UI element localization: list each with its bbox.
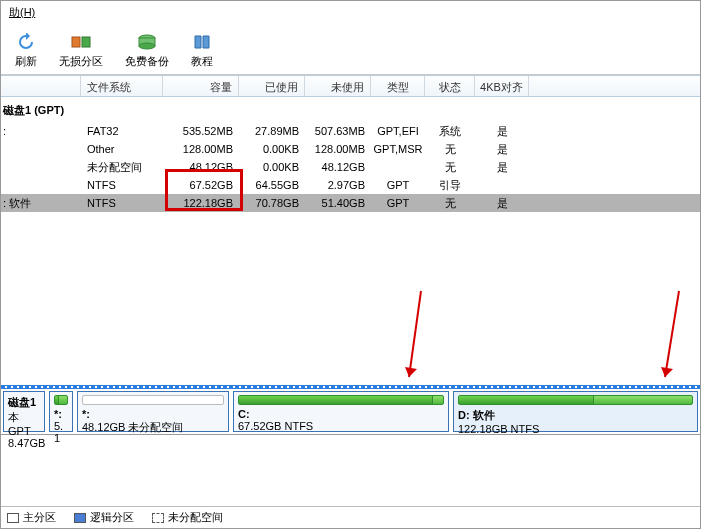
cell: 48.12GB — [305, 158, 371, 176]
cell: GPT — [371, 176, 425, 194]
disk-map: 磁盘1 本 GPT 8.47GB *: 5. 1 *: 48.12GB 未分配空… — [1, 385, 700, 435]
cell: 无 — [425, 140, 475, 158]
col-fs[interactable]: 文件系统 — [81, 76, 163, 96]
disk-header-block[interactable]: 磁盘1 本 GPT 8.47GB — [3, 391, 45, 432]
menubar: 助(H) — [1, 1, 700, 27]
cell: 128.00MB — [305, 140, 371, 158]
cell: 2.97GB — [305, 176, 371, 194]
legend: 主分区 逻辑分区 未分配空间 — [1, 506, 700, 528]
disk-group[interactable]: 磁盘1 (GPT) — [1, 97, 700, 122]
backup-button[interactable]: 免费备份 — [125, 32, 169, 69]
p2-sub: 67.52GB NTFS — [238, 420, 444, 432]
svg-point-4 — [139, 43, 155, 49]
cell: 507.63MB — [305, 122, 371, 140]
cell: 70.78GB — [239, 194, 305, 212]
col-align[interactable]: 4KB对齐 — [475, 76, 529, 96]
cell: 系统 — [425, 122, 475, 140]
partition-icon — [71, 32, 91, 52]
cell: NTFS — [81, 176, 163, 194]
p2-title: C: — [238, 408, 444, 420]
legend-primary: 主分区 — [7, 510, 56, 525]
p1-sub: 48.12GB 未分配空间 — [82, 420, 224, 435]
refresh-icon — [16, 32, 36, 52]
cell: 535.52MB — [163, 122, 239, 140]
p0-sub: 5. 1 — [54, 420, 68, 444]
partition-block-1[interactable]: *: 48.12GB 未分配空间 — [77, 391, 229, 432]
cell: 无 — [425, 194, 475, 212]
col-blank — [1, 76, 81, 96]
partition-table: 磁盘1 (GPT) :FAT32535.52MB27.89MB507.63MBG… — [1, 97, 700, 212]
svg-rect-1 — [82, 37, 90, 47]
table-row[interactable]: : 软件NTFS122.18GB70.78GB51.40GBGPT无是 — [1, 194, 700, 212]
col-unused[interactable]: 未使用 — [305, 76, 371, 96]
col-type[interactable]: 类型 — [371, 76, 425, 96]
partition-block-0[interactable]: *: 5. 1 — [49, 391, 73, 432]
table-row[interactable]: :FAT32535.52MB27.89MB507.63MBGPT,EFI系统是 — [1, 122, 700, 140]
partition-block-3[interactable]: D: 软件 122.18GB NTFS — [453, 391, 698, 432]
cell: FAT32 — [81, 122, 163, 140]
cell: 是 — [475, 122, 529, 140]
cell: 无 — [425, 158, 475, 176]
svg-line-7 — [665, 291, 679, 377]
lossless-label: 无损分区 — [59, 54, 103, 69]
col-status[interactable]: 状态 — [425, 76, 475, 96]
arrow-annotation-2 — [649, 291, 689, 393]
tutorial-label: 教程 — [191, 54, 213, 69]
toolbar: 刷新 无损分区 免费备份 教程 — [1, 27, 700, 75]
svg-rect-0 — [72, 37, 80, 47]
col-used[interactable]: 已使用 — [239, 76, 305, 96]
cell: : — [1, 122, 81, 140]
cell: GPT — [371, 194, 425, 212]
p3-title: D: 软件 — [458, 408, 693, 423]
cell: 64.55GB — [239, 176, 305, 194]
menu-help[interactable]: 助(H) — [9, 6, 35, 18]
partition-block-2[interactable]: C: 67.52GB NTFS — [233, 391, 449, 432]
cell: 27.89MB — [239, 122, 305, 140]
table-row[interactable]: NTFS67.52GB64.55GB2.97GBGPT引导 — [1, 176, 700, 194]
cell: 48.12GB — [163, 158, 239, 176]
legend-unalloc: 未分配空间 — [152, 510, 223, 525]
table-row[interactable]: 未分配空间48.12GB0.00KB48.12GB无是 — [1, 158, 700, 176]
disk-sub1: 本 GPT — [8, 410, 40, 437]
cell: 是 — [475, 140, 529, 158]
p0-title: *: — [54, 408, 68, 420]
cell: 引导 — [425, 176, 475, 194]
cell: Other — [81, 140, 163, 158]
backup-label: 免费备份 — [125, 54, 169, 69]
cell: GPT,MSR — [371, 140, 425, 158]
cell: 122.18GB — [163, 194, 239, 212]
cell: 未分配空间 — [81, 158, 163, 176]
cell: 0.00KB — [239, 158, 305, 176]
table-header: 文件系统 容量 已使用 未使用 类型 状态 4KB对齐 — [1, 75, 700, 97]
cell: 是 — [475, 194, 529, 212]
legend-logical: 逻辑分区 — [74, 510, 134, 525]
cell: 51.40GB — [305, 194, 371, 212]
cell: 是 — [475, 158, 529, 176]
cell: GPT,EFI — [371, 122, 425, 140]
cell: NTFS — [81, 194, 163, 212]
arrow-annotation-1 — [391, 291, 431, 393]
tutorial-button[interactable]: 教程 — [191, 32, 213, 69]
cell: : 软件 — [1, 194, 81, 212]
p1-title: *: — [82, 408, 224, 420]
cell: 128.00MB — [163, 140, 239, 158]
book-icon — [192, 32, 212, 52]
lossless-button[interactable]: 无损分区 — [59, 32, 103, 69]
cell: 67.52GB — [163, 176, 239, 194]
col-capacity[interactable]: 容量 — [163, 76, 239, 96]
svg-line-5 — [409, 291, 421, 377]
backup-icon — [137, 32, 157, 52]
refresh-label: 刷新 — [15, 54, 37, 69]
disk-title: 磁盘1 — [8, 395, 40, 410]
svg-marker-6 — [405, 367, 417, 377]
cell: 0.00KB — [239, 140, 305, 158]
disk-sub2: 8.47GB — [8, 437, 40, 449]
table-row[interactable]: Other128.00MB0.00KB128.00MBGPT,MSR无是 — [1, 140, 700, 158]
refresh-button[interactable]: 刷新 — [15, 32, 37, 69]
svg-marker-8 — [661, 367, 673, 377]
p3-sub: 122.18GB NTFS — [458, 423, 693, 435]
